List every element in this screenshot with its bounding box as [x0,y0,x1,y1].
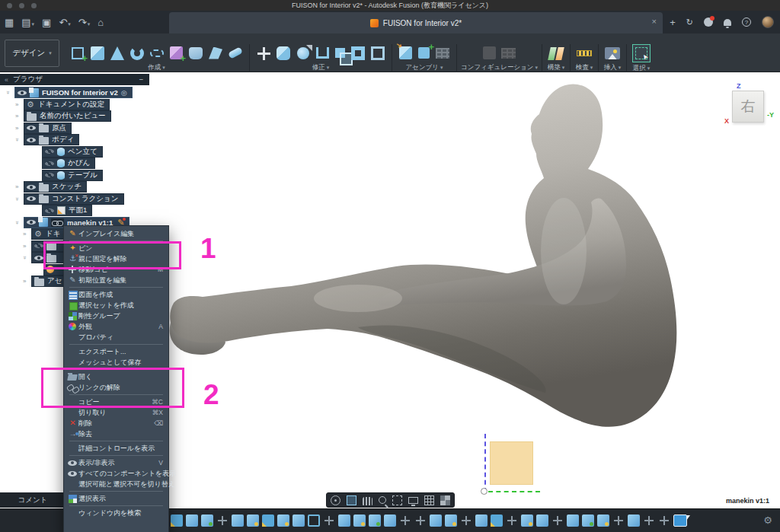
move-icon[interactable] [257,46,270,60]
tree-chevron-icon[interactable] [15,219,24,226]
sketch-icon[interactable] [491,514,503,527]
group-label-modify[interactable]: 修正 [312,63,329,72]
tree-chevron-icon[interactable] [6,89,14,96]
grid-icon[interactable] [424,495,434,505]
solid-icon[interactable] [430,514,442,527]
context-menu-item[interactable] [69,505,163,506]
op-icon[interactable] [445,514,457,527]
solid-icon[interactable] [186,514,198,527]
group-label-insert[interactable]: 挿入 [604,63,621,72]
pipe-icon[interactable] [228,46,243,59]
menu-item-remove[interactable]: 除去 [64,428,168,439]
tree-item-vase[interactable]: かびん ◎ ✎ [0,158,149,170]
shell-icon[interactable] [316,47,329,59]
insert-image-icon[interactable] [605,47,620,59]
press-pull-icon[interactable] [277,46,290,60]
create-sketch-icon[interactable] [72,47,84,59]
menu-item-show-all-components[interactable]: すべてのコンポーネントを表示 [64,468,168,479]
fit-icon[interactable] [392,495,402,505]
move-icon[interactable] [612,514,625,527]
offset-icon[interactable] [351,46,365,60]
tree-chevron-icon[interactable] [23,231,31,237]
move-icon[interactable] [414,514,427,527]
move-icon[interactable] [216,514,229,527]
solid-icon[interactable] [384,514,396,527]
orbit-icon[interactable] [331,495,340,505]
tree-item-construction[interactable]: コンストラクション ◎ ✎ [0,193,149,205]
app-grid-icon[interactable]: ▦ [5,18,14,27]
tree-chevron-icon[interactable] [15,113,24,119]
visibility-eye-icon[interactable] [27,195,36,202]
visibility-eye-icon[interactable] [27,218,36,226]
sketch-icon[interactable] [171,514,183,527]
solid-icon[interactable] [536,514,548,527]
minimize-panel-icon[interactable]: − [139,75,143,84]
isolate-target-icon[interactable]: ◎ [121,89,127,97]
op-icon[interactable] [353,514,366,527]
op-icon[interactable] [521,514,533,527]
pan-icon[interactable] [363,497,372,505]
sketch-origin-point[interactable] [481,488,488,495]
sweep-icon[interactable] [209,47,222,59]
tree-chevron-icon[interactable] [15,183,24,190]
tree-chevron-icon[interactable] [15,136,24,143]
context-menu-item[interactable] [69,344,163,345]
collapse-panel-icon[interactable]: « [5,76,8,84]
sketch-profile-square[interactable] [490,441,533,485]
revolve-icon[interactable] [130,46,144,60]
notifications-icon[interactable] [724,19,731,26]
menu-item-toggle-selectable[interactable]: 選択可能と選択不可を切り替え [64,479,168,489]
sketch-construction-line-vertical[interactable] [484,434,486,492]
sketch-construction-line-horizontal[interactable] [488,491,540,492]
group-label-inspect[interactable]: 検査 [576,63,593,72]
viewports-icon[interactable] [440,495,450,505]
comp-icon[interactable] [201,514,213,527]
visibility-eye-icon[interactable] [27,183,36,191]
tree-item-sketches[interactable]: スケッチ ◎ ✎ [0,181,149,193]
plane-icon[interactable] [308,514,320,527]
visibility-eye-icon[interactable] [45,160,54,167]
frame-icon[interactable] [371,46,385,60]
tree-item-bodies[interactable]: ボディ ◎ ✎ [0,134,149,146]
visibility-eye-icon[interactable] [27,136,36,144]
menu-item-properties[interactable]: プロパティ [64,332,168,342]
solid-icon[interactable] [292,514,305,527]
tree-item-document-settings[interactable]: ドキュメントの設定 ◎ ✎ [0,99,149,111]
cone-icon[interactable] [110,46,124,60]
context-menu-item[interactable] [69,491,163,492]
menu-item-cut[interactable]: 切り取り ⌘X [64,407,168,418]
look-at-icon[interactable] [347,495,356,505]
menu-item-appearance[interactable]: 外観 A [64,321,168,332]
tree-item-table[interactable]: テーブル ◎ ✎ [0,170,149,182]
context-menu-item[interactable] [69,441,163,441]
solid-icon[interactable] [475,514,488,527]
visibility-eye-icon[interactable] [45,148,54,155]
whats-new-icon[interactable]: ↻ [686,18,693,27]
minimize-window-button[interactable] [19,3,24,8]
solid-icon[interactable] [628,514,640,527]
fillet-icon[interactable] [297,47,309,59]
tree-chevron-icon[interactable] [23,254,31,261]
undo-icon[interactable]: ↶▾ [59,18,70,27]
group-label-assemble[interactable]: アセンブリ [406,63,443,72]
group-label-construct[interactable]: 構築 [548,63,564,72]
menu-item-create-drawing[interactable]: 図面を作成 [64,289,168,300]
redo-icon[interactable]: ↷▾ [78,18,90,27]
current-icon[interactable] [673,514,687,527]
tree-chevron-icon[interactable] [23,278,31,285]
context-menu-item[interactable] [69,455,163,456]
context-menu-item[interactable] [69,287,163,288]
job-status-icon[interactable] [704,18,713,27]
timeline-settings-gear-icon[interactable]: ⚙ [763,515,772,525]
workspace-selector[interactable]: デザイン ▾ [5,40,59,67]
move-icon[interactable] [551,514,564,527]
tree-chevron-icon[interactable] [15,125,24,132]
move-icon[interactable] [460,514,472,527]
form-icon[interactable] [189,47,203,59]
sketch-icon[interactable] [262,514,274,527]
move-icon[interactable] [399,514,411,527]
menu-item-show-hide[interactable]: 表示/非表示 V [64,457,168,468]
tree-root[interactable]: FUISON for Interior v2 ◎ ✎ [0,87,149,99]
view-cube[interactable]: 右 [732,91,764,123]
visibility-eye-icon[interactable] [18,89,27,97]
